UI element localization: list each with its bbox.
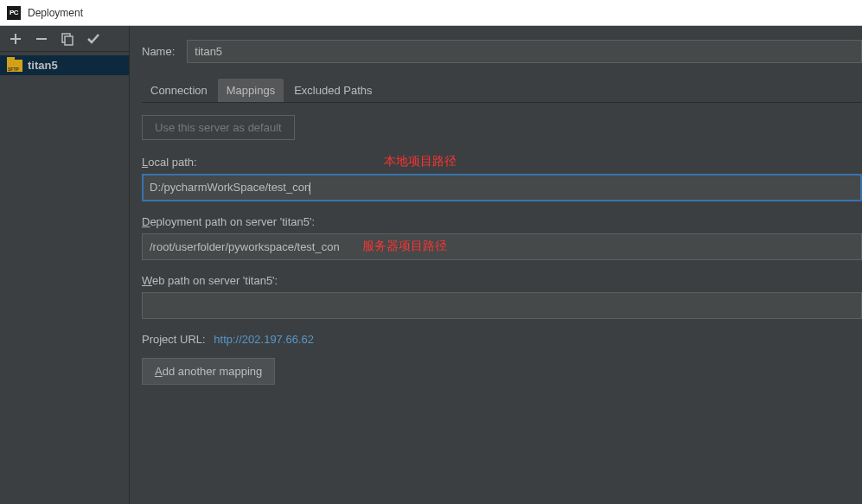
local-path-input[interactable]: D:/pycharmWorkSpace/test_con bbox=[142, 174, 862, 201]
svg-rect-0 bbox=[36, 38, 47, 40]
content-panel: Name: Connection Mappings Excluded Paths… bbox=[130, 26, 862, 504]
app-icon: PC bbox=[7, 6, 21, 20]
tab-connection[interactable]: Connection bbox=[142, 79, 216, 102]
sftp-icon bbox=[7, 60, 22, 72]
project-url-link[interactable]: http://202.197.66.62 bbox=[214, 333, 314, 346]
use-as-default-button: Use this server as default bbox=[142, 115, 295, 140]
server-item-titan5[interactable]: titan5 bbox=[0, 55, 129, 75]
check-icon[interactable] bbox=[86, 32, 100, 46]
window-title: Deployment bbox=[28, 7, 83, 19]
add-mapping-button[interactable]: Add another mapping bbox=[142, 358, 275, 385]
tab-mappings[interactable]: Mappings bbox=[218, 79, 284, 102]
main-area: titan5 Name: Connection Mappings Exclude… bbox=[0, 26, 862, 504]
sidebar-toolbar bbox=[0, 26, 129, 52]
sidebar: titan5 bbox=[0, 26, 130, 504]
local-path-group: 本地项目路径 Local path: D:/pycharmWorkSpace/t… bbox=[142, 156, 862, 201]
local-path-label: Local path: bbox=[142, 156, 862, 169]
name-label: Name: bbox=[142, 45, 175, 58]
deploy-path-label: Deployment path on server 'titan5': bbox=[142, 215, 862, 228]
svg-rect-2 bbox=[65, 36, 73, 45]
deploy-path-input[interactable] bbox=[142, 233, 862, 260]
project-url-label: Project URL: bbox=[142, 333, 206, 346]
deploy-path-group: Deployment path on server 'titan5': 服务器项… bbox=[142, 215, 862, 260]
web-path-input[interactable] bbox=[142, 292, 862, 319]
web-path-label: Web path on server 'titan5': bbox=[142, 274, 862, 287]
name-input[interactable] bbox=[187, 40, 862, 63]
tabs: Connection Mappings Excluded Paths bbox=[142, 79, 862, 103]
add-icon[interactable] bbox=[9, 32, 22, 46]
remove-icon[interactable] bbox=[35, 32, 48, 46]
server-label: titan5 bbox=[28, 59, 58, 72]
title-bar: PC Deployment bbox=[0, 0, 862, 26]
web-path-group: Web path on server 'titan5': bbox=[142, 274, 862, 319]
copy-icon[interactable] bbox=[61, 32, 74, 46]
tab-excluded-paths[interactable]: Excluded Paths bbox=[285, 79, 380, 102]
name-row: Name: bbox=[142, 40, 862, 63]
server-list: titan5 bbox=[0, 52, 129, 504]
project-url-row: Project URL: http://202.197.66.62 bbox=[142, 333, 862, 346]
